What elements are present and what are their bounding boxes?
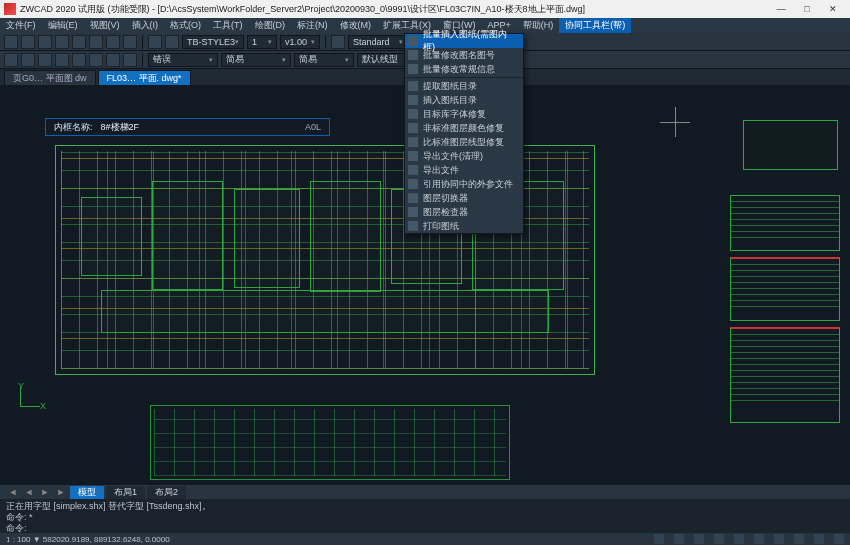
menu-item-icon (408, 36, 418, 46)
legend-box (743, 120, 838, 170)
status-icon[interactable] (674, 534, 684, 544)
tool-icon[interactable] (89, 35, 103, 49)
menu-item[interactable]: 插入图纸目录 (405, 93, 523, 107)
menu-item[interactable]: 图层检查器 (405, 205, 523, 219)
menu-item-label: 提取图纸目录 (423, 80, 477, 93)
menu-item-icon (408, 95, 418, 105)
menu-item[interactable]: 修改(M) (334, 18, 378, 33)
menu-item[interactable]: 编辑(E) (42, 18, 84, 33)
tool-icon[interactable] (123, 35, 137, 49)
document-tab[interactable]: FL03… 平面. dwg* (98, 70, 191, 85)
layout-nav-button[interactable]: ► (54, 487, 68, 497)
menu-item-icon (408, 221, 418, 231)
schedule-tables (730, 195, 840, 470)
frame-name-banner: 内框名称: 8#楼梯2F A0L (45, 118, 330, 136)
layout-nav-button[interactable]: ◄ (22, 487, 36, 497)
tool-icon[interactable] (331, 35, 345, 49)
status-coords: 1 : 100 ▼ 582020.9189, 889132.6248, 0.00… (6, 535, 170, 544)
menu-item[interactable]: 导出文件 (405, 163, 523, 177)
menu-item[interactable]: 标注(N) (291, 18, 334, 33)
menu-item-label: 导出文件(清理) (423, 150, 483, 163)
menu-item[interactable]: 导出文件(清理) (405, 149, 523, 163)
tool-icon[interactable] (72, 35, 86, 49)
scale-b-dropdown[interactable]: v1.00▾ (280, 35, 320, 49)
menu-item[interactable]: 视图(V) (84, 18, 126, 33)
tool-icon[interactable] (106, 53, 120, 67)
menu-item[interactable]: 目标库字体修复 (405, 107, 523, 121)
menu-item-icon (408, 123, 418, 133)
status-icon[interactable] (654, 534, 664, 544)
frame-value: 8#楼梯2F (101, 121, 140, 134)
menu-item[interactable]: 提取图纸目录 (405, 79, 523, 93)
tool-icon[interactable] (38, 53, 52, 67)
tool-icon[interactable] (21, 53, 35, 67)
menu-item-icon (408, 151, 418, 161)
tool-icon[interactable] (38, 35, 52, 49)
command-panel[interactable]: 正在用字型 [simplex.shx] 替代字型 [Tssdeng.shx]。 … (0, 499, 850, 533)
menu-item[interactable]: 格式(O) (164, 18, 207, 33)
status-icon[interactable] (834, 534, 844, 544)
menu-item[interactable]: 插入(I) (126, 18, 165, 33)
tool-icon[interactable] (55, 53, 69, 67)
menu-item[interactable]: 非标准图层颜色修复 (405, 121, 523, 135)
command-line: 正在用字型 [simplex.shx] 替代字型 [Tssdeng.shx]。 (6, 501, 844, 512)
menu-item-label: 图层切换器 (423, 192, 468, 205)
standard-dropdown[interactable]: Standard▾ (348, 35, 408, 49)
tool-icon[interactable] (106, 35, 120, 49)
layer-style-dropdown[interactable]: TB-STYLE3▾ (182, 35, 244, 49)
menu-item-icon (408, 207, 418, 217)
menu-item[interactable]: 比标准图层线型修复 (405, 135, 523, 149)
menu-item[interactable]: 图层切换器 (405, 191, 523, 205)
tool-icon[interactable] (21, 35, 35, 49)
menu-item[interactable]: 协同工具栏(帮) (559, 18, 631, 33)
menu-item[interactable]: 帮助(H) (517, 18, 560, 33)
status-icon[interactable] (754, 534, 764, 544)
menu-item[interactable]: 批量修改图名图号 (405, 48, 523, 62)
maximize-button[interactable]: □ (794, 1, 820, 17)
layer-dropdown-2[interactable]: 简易▾ (221, 53, 291, 67)
tool-icon[interactable] (55, 35, 69, 49)
menu-item[interactable]: 绘图(D) (249, 18, 292, 33)
menu-item[interactable]: 工具(T) (207, 18, 249, 33)
document-tab[interactable]: 页G0… 平面图 dw (4, 70, 96, 85)
scale-a-dropdown[interactable]: 1▾ (247, 35, 277, 49)
tool-icon[interactable] (72, 53, 86, 67)
layer-dropdown-1[interactable]: 错误▾ (148, 53, 218, 67)
tool-icon[interactable] (89, 53, 103, 67)
status-icon[interactable] (694, 534, 704, 544)
layout-nav-button[interactable]: ◄ (6, 487, 20, 497)
command-line: 命令: * (6, 512, 844, 523)
menu-item[interactable]: 引用协同中的外参文件 (405, 177, 523, 191)
menu-item-label: 导出文件 (423, 164, 459, 177)
status-icon[interactable] (794, 534, 804, 544)
floor-plan-secondary (150, 405, 510, 480)
menu-item-icon (408, 64, 418, 74)
close-button[interactable]: ✕ (820, 1, 846, 17)
menu-item[interactable]: 批量插入图纸(需图内框) (405, 34, 523, 48)
layout-nav-button[interactable]: ► (38, 487, 52, 497)
menu-item[interactable]: 打印图纸 (405, 219, 523, 233)
status-icon[interactable] (774, 534, 784, 544)
tool-icon[interactable] (4, 53, 18, 67)
tool-icon[interactable] (148, 35, 162, 49)
menu-item-icon (408, 193, 418, 203)
titlebar: ZWCAD 2020 试用版 (功能受限) - [D:\AcsSystem\Wo… (0, 0, 850, 18)
menu-item-label: 插入图纸目录 (423, 94, 477, 107)
menu-item[interactable]: 批量修改常规信息 (405, 62, 523, 76)
tool-icon[interactable] (165, 35, 179, 49)
layout-tab[interactable]: 模型 (70, 486, 104, 499)
status-icon[interactable] (814, 534, 824, 544)
ucs-axes-icon: YX (10, 381, 46, 417)
status-icon[interactable] (714, 534, 724, 544)
app-icon (4, 3, 16, 15)
menu-item[interactable]: 文件(F) (0, 18, 42, 33)
layer-dropdown-3[interactable]: 简易▾ (294, 53, 354, 67)
tool-icon[interactable] (4, 35, 18, 49)
status-icon[interactable] (734, 534, 744, 544)
layout-tab[interactable]: 布局1 (106, 486, 145, 499)
tool-icon[interactable] (123, 53, 137, 67)
menu-item-label: 打印图纸 (423, 220, 459, 233)
layout-tab[interactable]: 布局2 (147, 486, 186, 499)
separator (325, 35, 326, 49)
minimize-button[interactable]: — (768, 1, 794, 17)
